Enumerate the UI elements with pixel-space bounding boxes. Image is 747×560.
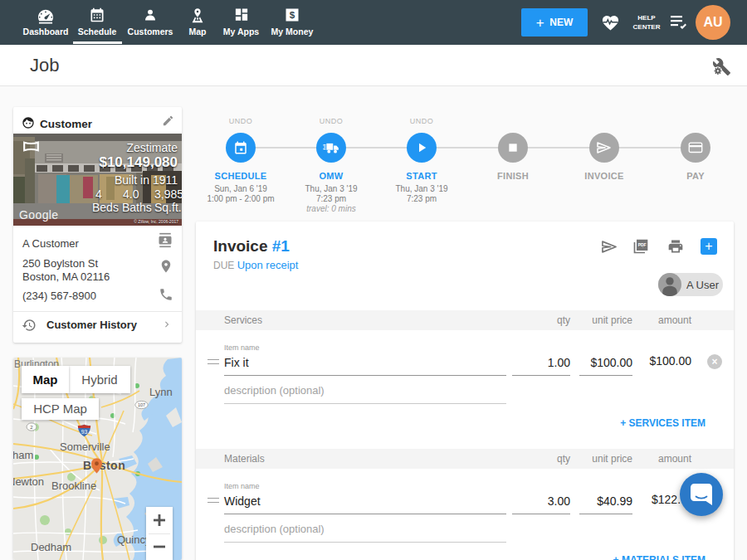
svg-text:$: $ <box>290 9 295 20</box>
svg-text:PDF: PDF <box>638 242 647 247</box>
svg-text:107: 107 <box>138 402 145 407</box>
svg-text:2: 2 <box>30 425 32 430</box>
svg-text:93: 93 <box>81 429 88 435</box>
